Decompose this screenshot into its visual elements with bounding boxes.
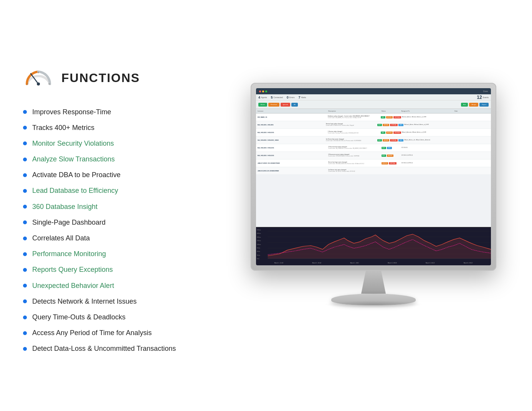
secondary-btn-1[interactable]: Ack <box>461 103 468 107</box>
screen-title-text: Done <box>483 90 488 92</box>
alerts-table: Instance Description Status Assigned To … <box>256 109 491 227</box>
badge-o[interactable]: ASSIGN <box>386 116 393 118</box>
feature-item-analyze-slow: Analyze Slow Transactions <box>23 152 223 166</box>
badge-r[interactable]: CRITICAL <box>389 162 397 164</box>
badge-o[interactable]: ASSIGN <box>383 124 389 126</box>
secondary-btn-3[interactable]: Export <box>479 103 489 107</box>
badge-g[interactable]: ACK <box>377 139 382 141</box>
feature-text-360-insight: 360 Database Insight <box>32 202 97 212</box>
bullet-monitor-security <box>23 141 27 145</box>
row-5-actions: ACKASSIGN <box>382 155 401 157</box>
stat-alerts: 7 Alerts <box>298 95 306 99</box>
bullet-correlates-data <box>23 237 27 240</box>
badge-o[interactable]: ASSIGN <box>386 132 393 134</box>
feature-item-monitor-security: Monitor Security Violations <box>23 136 223 151</box>
feature-item-tracks-metrics: Tracks 400+ Metrics <box>23 121 223 135</box>
feature-text-detects-network: Detects Network & Internet Issues <box>32 297 137 306</box>
badge-g[interactable]: ACK <box>382 147 386 149</box>
badge-g[interactable]: ACK <box>381 116 385 118</box>
active-filter-btn[interactable]: Active <box>258 103 267 107</box>
feature-item-single-page: Single-Page Dashboard <box>23 215 223 230</box>
imac-mockup: Done 4 Agents 5 Connected <box>243 83 504 328</box>
secondary-btn-2[interactable]: Assign <box>469 103 478 107</box>
row-3-actions: ACKASSIGNCRITICALINFO <box>377 139 403 141</box>
chart-svg <box>256 227 491 265</box>
badge-r[interactable]: CRITICAL <box>390 139 398 141</box>
row-2-instance: BA_HOLD01 / HOLD01 <box>258 132 327 134</box>
badge-g[interactable]: ACK <box>381 132 385 134</box>
resolved-filter-btn[interactable]: Resolved <box>268 103 279 107</box>
feature-item-improves-response: Improves Response-Time <box>23 105 223 119</box>
screen-header-bar: Done <box>256 88 491 94</box>
feature-text-activate-dba: Activate DBA to be Proactive <box>32 170 121 180</box>
bullet-query-timeouts <box>23 316 27 319</box>
row-2-assigned: Mikael_Adminsk, Mikael, Admin_al_HHR <box>402 132 454 133</box>
stats-bar: 4 Agents 5 Connected 0 Errors <box>256 94 491 100</box>
row-4-instance: BA_HOLD01 / HOLD01 <box>258 147 327 149</box>
bullet-unexpected-behavior <box>23 284 27 288</box>
bullet-360-insight <box>23 205 27 209</box>
row-7-desc: 1st Server role name changedCurrent valu… <box>328 169 381 172</box>
table-row[interactable]: JAN-27-2020 / 20-13043279349Server last … <box>256 159 491 167</box>
badge-g[interactable]: ACK <box>382 155 386 157</box>
badge-b[interactable]: INFO <box>398 139 403 141</box>
chart-x-label-4: March 5, 08:02 <box>388 262 397 264</box>
feature-item-unexpected-behavior: Unexpected Behavior Alert <box>23 279 223 293</box>
feature-text-lead-database: Lead Database to Efficiency <box>32 186 118 196</box>
feature-item-activate-dba: Activate DBA to be Proactive <box>23 168 223 182</box>
table-row[interactable]: BA_HOLD01 / HOLD012 Disconnected status … <box>256 144 491 152</box>
feature-item-performance-monitoring: Performance Monitoring <box>23 247 223 261</box>
badge-g[interactable]: ACK <box>377 124 382 126</box>
stat-errors-label: Errors <box>289 96 295 99</box>
table-row[interactable]: BA_HOLD01 / HOLD012 Resources server sta… <box>256 152 491 159</box>
feature-item-detect-dataloss: Detect Data-Loss & Uncommitted Transacti… <box>23 342 223 356</box>
table-row[interactable]: BA_HOLD01_HOLD01Service login policy cha… <box>256 121 491 129</box>
badge-r[interactable]: CRITICAL <box>390 124 398 126</box>
row-6-instance: JAN-27-2020 / 20-13043279349 <box>258 162 327 164</box>
row-3-assigned: Mikael_Admin_ole, Mikael, Admin_Adminsk <box>404 139 455 141</box>
table-header: Instance Description Status Assigned To … <box>256 109 491 113</box>
row-7-instance: JAN-03-2021-20-13045629940 <box>258 170 327 172</box>
feature-text-analyze-slow: Analyze Slow Transactions <box>32 155 115 164</box>
window-controls <box>259 90 267 92</box>
badge-o[interactable]: ASSIGN <box>387 155 393 157</box>
table-row[interactable]: DB_MAIN_01Database policy changed - Curr… <box>256 113 491 121</box>
badge-b[interactable]: INFO <box>398 124 403 126</box>
table-row[interactable]: JAN-03-2021-20-130456299401st Server rol… <box>256 167 491 175</box>
table-row[interactable]: SA_HOLD01 / HOLD01_HIGH1st Server last o… <box>256 136 491 144</box>
bullet-access-period <box>23 331 27 335</box>
row-4-actions: ACKINFO <box>382 147 401 149</box>
badge-r[interactable]: CRITICAL <box>393 116 401 118</box>
feature-item-reports-query: Reports Query Exceptions <box>23 263 223 277</box>
feature-text-improves-response: Improves Response-Time <box>32 107 111 117</box>
feature-item-correlates-data: Correlates All Data <box>23 231 223 245</box>
y-label-100: 100ms <box>257 244 261 245</box>
badge-o[interactable]: ASSIGN <box>383 139 389 141</box>
table-rows-container: DB_MAIN_01Database policy changed - Curr… <box>256 113 491 175</box>
row-0-actions: ACKASSIGNCRITICAL <box>381 116 401 118</box>
functions-title: FUNCTIONS <box>61 71 140 85</box>
row-6-actions: ASSIGNCRITICAL <box>382 162 401 164</box>
header-section: FUNCTIONS <box>23 63 223 94</box>
filter-buttons: Active Resolved Ignored All <box>258 103 298 107</box>
chart-x-label-6: March 5, 08:12 <box>464 262 473 264</box>
stat-alerts-label: Alerts <box>301 96 306 99</box>
chart-x-label-3: March 1, 1912 <box>350 262 359 264</box>
th-date: Date <box>454 110 489 112</box>
badge-b[interactable]: INFO <box>387 147 392 149</box>
y-label-300: 300ms <box>257 237 261 238</box>
bullet-analyze-slow <box>23 158 27 161</box>
badge-o[interactable]: ASSIGN <box>382 162 388 164</box>
y-label-400: 400ms <box>257 233 261 234</box>
row-1-actions: ACKASSIGNCRITICALINFO <box>377 124 403 126</box>
table-row[interactable]: BA_HOLD01 / HOLD011 Service state change… <box>256 129 491 136</box>
imac-bezel: Done 4 Agents 5 Connected <box>251 83 496 271</box>
stat-alerts-num: 7 <box>298 95 300 99</box>
ignored-filter-btn[interactable]: Ignored <box>281 103 291 107</box>
all-filter-btn[interactable]: All <box>291 103 297 107</box>
y-label-200: 200ms <box>257 240 261 242</box>
badge-r[interactable]: CRITICAL <box>393 132 401 134</box>
row-1-desc: Service login policy changedCurrent valu… <box>326 123 377 126</box>
th-instance: Instance <box>258 110 327 112</box>
bullet-activate-dba <box>23 173 27 177</box>
